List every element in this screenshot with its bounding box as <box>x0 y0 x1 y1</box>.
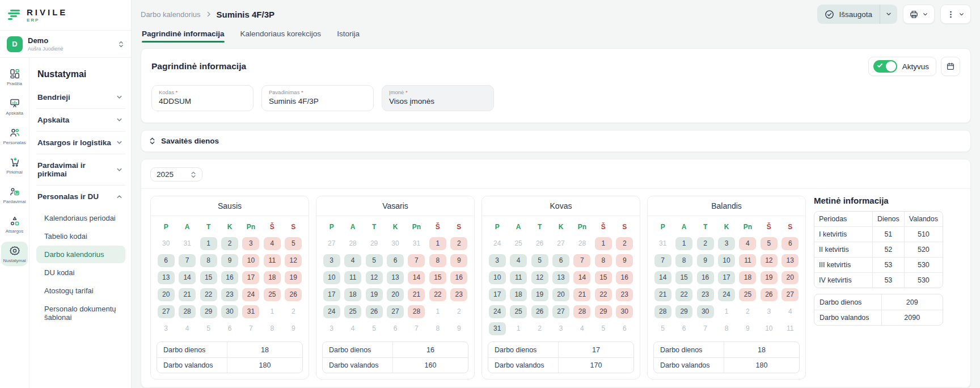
day-cell[interactable]: 6 <box>552 254 569 267</box>
day-cell[interactable]: 1 <box>675 237 692 250</box>
rail-item-nustatymai[interactable]: Nustatymai <box>1 242 28 266</box>
day-cell[interactable]: 25 <box>739 288 756 301</box>
day-cell[interactable]: 13 <box>387 271 404 284</box>
day-cell[interactable]: 28 <box>654 305 671 318</box>
day-cell[interactable]: 1 <box>200 237 217 250</box>
logo[interactable]: RIVILE ERP <box>0 0 131 31</box>
day-cell[interactable]: 25 <box>344 305 361 318</box>
day-cell[interactable]: 18 <box>264 271 281 284</box>
day-cell[interactable]: 22 <box>429 288 446 301</box>
day-cell[interactable]: 2 <box>616 237 633 250</box>
day-cell[interactable]: 7 <box>408 254 425 267</box>
day-cell[interactable]: 4 <box>739 237 756 250</box>
day-cell[interactable]: 14 <box>654 271 671 284</box>
day-cell[interactable]: 16 <box>221 271 238 284</box>
account-switcher[interactable]: D Demo Aušra Juodienė <box>0 31 131 58</box>
sidebar-item-kalendoriaus-periodai[interactable]: Kalendoriaus periodai <box>36 209 125 227</box>
sidebar-item-atostog-tarifai[interactable]: Atostogų tarifai <box>36 282 125 300</box>
day-cell[interactable]: 4 <box>510 254 527 267</box>
rail-item-prad-ia[interactable]: Pradžia <box>1 65 28 89</box>
day-cell[interactable]: 8 <box>675 254 692 267</box>
day-cell[interactable]: 5 <box>285 237 302 250</box>
day-cell[interactable]: 11 <box>739 254 756 267</box>
day-cell[interactable]: 8 <box>200 254 217 267</box>
day-cell[interactable]: 10 <box>489 271 506 284</box>
day-cell[interactable]: 6 <box>387 254 404 267</box>
day-cell[interactable]: 12 <box>285 254 302 267</box>
active-toggle[interactable]: Aktyvus <box>868 57 936 76</box>
day-cell[interactable]: 21 <box>654 288 671 301</box>
day-cell[interactable]: 13 <box>782 254 799 267</box>
day-cell[interactable]: 12 <box>761 254 778 267</box>
day-cell[interactable]: 24 <box>718 288 735 301</box>
day-cell[interactable]: 18 <box>344 288 361 301</box>
day-cell[interactable]: 3 <box>718 237 735 250</box>
day-cell[interactable]: 29 <box>200 305 217 318</box>
day-cell[interactable]: 14 <box>573 271 590 284</box>
day-cell[interactable]: 16 <box>450 271 467 284</box>
week-days-section-header[interactable]: Savaitės dienos <box>141 130 971 152</box>
day-cell[interactable]: 23 <box>697 288 714 301</box>
day-cell[interactable]: 17 <box>489 288 506 301</box>
day-cell[interactable]: 28 <box>408 305 425 318</box>
day-cell[interactable]: 26 <box>366 305 383 318</box>
day-cell[interactable]: 31 <box>489 322 506 335</box>
day-cell[interactable]: 30 <box>616 305 633 318</box>
day-cell[interactable]: 28 <box>179 305 196 318</box>
day-cell[interactable]: 19 <box>285 271 302 284</box>
day-cell[interactable]: 23 <box>616 288 633 301</box>
day-cell[interactable]: 29 <box>675 305 692 318</box>
day-cell[interactable]: 19 <box>366 288 383 301</box>
day-cell[interactable]: 6 <box>782 237 799 250</box>
day-cell[interactable]: 20 <box>387 288 404 301</box>
day-cell[interactable]: 15 <box>675 271 692 284</box>
day-cell[interactable]: 30 <box>221 305 238 318</box>
day-cell[interactable]: 9 <box>697 254 714 267</box>
rail-item-pardavimai[interactable]: Pardavimai <box>1 183 28 207</box>
day-cell[interactable]: 15 <box>200 271 217 284</box>
day-cell[interactable]: 25 <box>510 305 527 318</box>
day-cell[interactable]: 10 <box>718 254 735 267</box>
day-cell[interactable]: 28 <box>573 305 590 318</box>
day-cell[interactable]: 25 <box>264 288 281 301</box>
day-cell[interactable]: 23 <box>450 288 467 301</box>
day-cell[interactable]: 10 <box>323 271 340 284</box>
day-cell[interactable]: 22 <box>675 288 692 301</box>
day-cell[interactable]: 2 <box>221 237 238 250</box>
sidebar-group-atsargos-ir-logistika[interactable]: Atsargos ir logistika <box>36 132 125 154</box>
sidebar-item-darbo-kalendorius[interactable]: Darbo kalendorius <box>36 246 125 263</box>
day-cell[interactable]: 11 <box>344 271 361 284</box>
day-cell[interactable]: 12 <box>531 271 548 284</box>
day-cell[interactable]: 4 <box>344 254 361 267</box>
day-cell[interactable]: 11 <box>510 271 527 284</box>
day-cell[interactable]: 13 <box>158 271 175 284</box>
day-cell[interactable]: 24 <box>489 305 506 318</box>
day-cell[interactable]: 7 <box>179 254 196 267</box>
field-input-kodas[interactable] <box>159 97 246 106</box>
day-cell[interactable]: 6 <box>158 254 175 267</box>
sidebar-item-du-kodai[interactable]: DU kodai <box>36 264 125 281</box>
sidebar-group-apskaita[interactable]: Apskaita <box>36 109 125 131</box>
day-cell[interactable]: 2 <box>697 237 714 250</box>
day-cell[interactable]: 21 <box>408 288 425 301</box>
rail-item-apskaita[interactable]: Apskaita <box>1 94 28 119</box>
year-select[interactable]: 2025 <box>150 167 202 182</box>
day-cell[interactable]: 22 <box>200 288 217 301</box>
day-cell[interactable]: 9 <box>450 254 467 267</box>
sidebar-group-personalas-ir-du[interactable]: Personalas ir DU <box>36 185 125 208</box>
day-cell[interactable]: 22 <box>595 288 612 301</box>
day-cell[interactable]: 21 <box>573 288 590 301</box>
day-cell[interactable]: 3 <box>242 237 259 250</box>
day-cell[interactable]: 27 <box>782 288 799 301</box>
day-cell[interactable]: 7 <box>573 254 590 267</box>
day-cell[interactable]: 1 <box>595 237 612 250</box>
day-cell[interactable]: 20 <box>158 288 175 301</box>
print-button[interactable] <box>903 5 935 24</box>
day-cell[interactable]: 24 <box>242 288 259 301</box>
sidebar-item-personalo-dokument-ablonai[interactable]: Personalo dokumentų šablonai <box>36 300 125 326</box>
day-cell[interactable]: 20 <box>782 271 799 284</box>
day-cell[interactable]: 8 <box>429 254 446 267</box>
day-cell[interactable]: 10 <box>242 254 259 267</box>
day-cell[interactable]: 19 <box>761 271 778 284</box>
day-cell[interactable]: 16 <box>697 271 714 284</box>
